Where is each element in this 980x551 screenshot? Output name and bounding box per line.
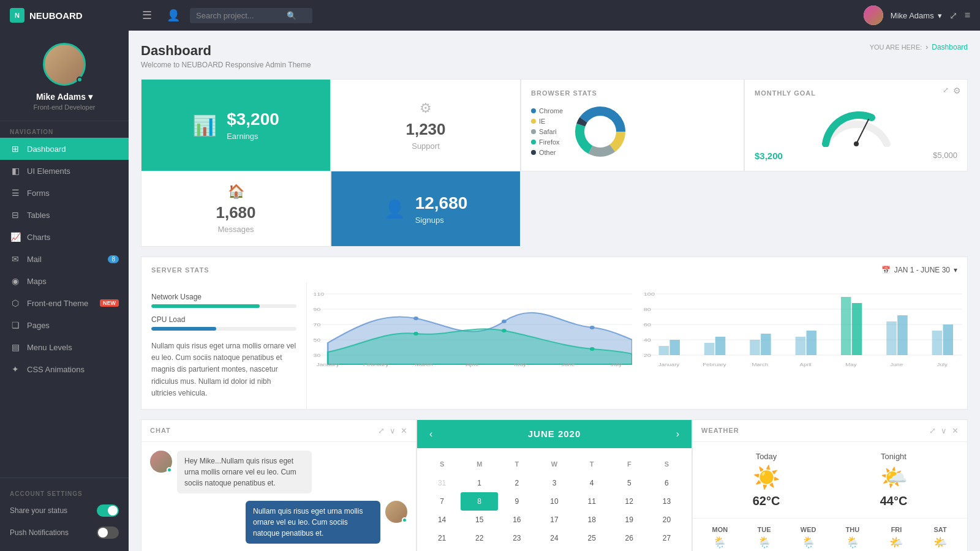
cal-date[interactable]: 18 <box>573 511 611 529</box>
svg-text:January: January <box>658 362 680 367</box>
share-status-toggle[interactable] <box>97 504 119 517</box>
menu-levels-icon: ▤ <box>10 342 21 352</box>
cal-date[interactable]: 30 <box>498 547 535 551</box>
close-icon[interactable]: ✕ <box>952 426 959 435</box>
cal-date[interactable]: 10 <box>535 492 573 511</box>
push-notifications-toggle[interactable] <box>97 527 119 539</box>
sidebar-item-label: Pages <box>27 321 50 330</box>
search-box: 🔍 <box>190 8 312 23</box>
sidebar-item-menu-levels[interactable]: ▤ Menu Levels <box>0 336 129 358</box>
user-icon-button[interactable]: 👤 <box>167 9 180 22</box>
cal-date[interactable]: 21 <box>423 529 461 547</box>
sidebar-item-maps[interactable]: ◉ Maps <box>0 270 129 292</box>
earnings-icon: 📊 <box>192 114 217 137</box>
support-label: Support <box>412 141 440 151</box>
sidebar-item-label: Charts <box>27 233 50 242</box>
cal-date[interactable]: 17 <box>535 511 573 529</box>
cal-date[interactable]: 19 <box>611 511 648 529</box>
bar-chart-panel: 100 80 60 40 20 <box>637 283 967 409</box>
sidebar-item-pages[interactable]: ❏ Pages <box>0 314 129 336</box>
cal-date[interactable]: 14 <box>423 511 461 529</box>
network-usage-bar <box>151 304 296 308</box>
svg-text:January: January <box>316 362 339 367</box>
cal-date[interactable]: 25 <box>573 529 611 547</box>
svg-text:February: February <box>363 362 388 367</box>
forecast-sat: SAT 🌤️ 42°C <box>933 526 948 551</box>
cal-date[interactable]: 20 <box>648 511 685 529</box>
mon-label: MON <box>712 526 728 533</box>
sidebar-item-mail[interactable]: ✉ Mail 8 <box>0 248 129 270</box>
cal-date[interactable]: 1 <box>535 547 573 551</box>
sidebar-item-ui-elements[interactable]: ◧ UI Elements <box>0 160 129 182</box>
cal-date[interactable]: 2 <box>573 547 611 551</box>
breadcrumb-here: YOU ARE HERE: <box>870 43 922 51</box>
sidebar-item-charts[interactable]: 📈 Charts <box>0 226 129 248</box>
cal-date[interactable]: 24 <box>535 529 573 547</box>
sidebar: Mike Adams ▾ Front-end Developer NAVIGAT… <box>0 31 129 551</box>
collapse-icon[interactable]: ∨ <box>941 426 947 435</box>
cal-date[interactable]: 6 <box>648 474 685 492</box>
cal-date[interactable]: 28 <box>423 547 461 551</box>
sidebar-item-dashboard[interactable]: ⊞ Dashboard <box>0 138 129 160</box>
new-badge: NEW <box>100 299 119 307</box>
cal-date[interactable]: 22 <box>461 529 498 547</box>
hamburger-icon[interactable]: ≡ <box>965 10 970 21</box>
cal-next-button[interactable]: › <box>676 429 679 440</box>
cal-date[interactable]: 12 <box>611 492 648 511</box>
cal-date[interactable]: 7 <box>423 492 461 511</box>
menu-toggle-button[interactable]: ☰ <box>142 9 152 22</box>
close-icon[interactable]: ✕ <box>401 426 407 435</box>
search-input[interactable] <box>196 11 282 20</box>
cal-date[interactable]: 5 <box>611 474 648 492</box>
tables-icon: ⊟ <box>10 210 21 220</box>
date-range-label: JAN 1 - JUNE 30 <box>894 266 950 274</box>
cal-date[interactable]: 2 <box>498 474 535 492</box>
settings-button[interactable]: ⚙ <box>953 86 961 96</box>
cal-date[interactable]: 11 <box>573 492 611 511</box>
sidebar-item-frontend-theme[interactable]: ⬡ Front-end Theme NEW <box>0 292 129 314</box>
cal-date[interactable]: 23 <box>498 529 535 547</box>
cal-date[interactable]: 3 <box>535 474 573 492</box>
expand-icon[interactable]: ⤢ <box>378 426 385 435</box>
cal-date[interactable]: 9 <box>498 492 535 511</box>
cal-date[interactable]: 13 <box>648 492 685 511</box>
cal-date[interactable]: 31 <box>423 474 461 492</box>
expand-icon[interactable]: ⤢ <box>949 10 957 21</box>
sidebar-item-css-animations[interactable]: ✦ CSS Animations <box>0 358 129 380</box>
server-inner-grid: Network Usage CPU Load Nullam quis risus… <box>141 283 967 409</box>
svg-rect-44 <box>715 337 726 355</box>
cal-date-today[interactable]: 8 <box>461 492 498 511</box>
sidebar-item-label: Front-end Theme <box>27 299 88 308</box>
sat-label: SAT <box>934 526 947 533</box>
sidebar-item-tables[interactable]: ⊟ Tables <box>0 204 129 226</box>
sidebar-bottom: ACCOUNT SETTINGS Share your status Push … <box>0 478 129 551</box>
expand-button[interactable]: ⤢ <box>943 86 949 94</box>
cal-date[interactable]: 16 <box>498 511 535 529</box>
gauge-chart <box>820 104 893 147</box>
cal-date[interactable]: 4 <box>648 547 685 551</box>
cal-date[interactable]: 3 <box>611 547 648 551</box>
legend-chrome: Chrome <box>531 107 563 114</box>
stat-card-messages: 🏠 1,680 Messages <box>141 171 331 247</box>
svg-rect-50 <box>852 303 862 355</box>
msg-avatar-other <box>150 451 172 473</box>
collapse-icon[interactable]: ∨ <box>390 426 396 435</box>
sidebar-item-forms[interactable]: ☰ Forms <box>0 182 129 204</box>
brand-name: NEUBOARD <box>29 10 83 21</box>
cal-date[interactable]: 26 <box>611 529 648 547</box>
svg-text:March: March <box>752 362 768 367</box>
cal-date[interactable]: 27 <box>648 529 685 547</box>
cal-date[interactable]: 15 <box>461 511 498 529</box>
weather-controls: ⤢ ∨ ✕ <box>929 426 959 435</box>
cal-date[interactable]: 29 <box>461 547 498 551</box>
chat-messages: Hey Mike...Nullam quis risus eget urna m… <box>141 442 416 551</box>
cal-date[interactable]: 1 <box>461 474 498 492</box>
username-button[interactable]: Mike Adams ▾ <box>891 11 942 20</box>
date-filter[interactable]: 📅 JAN 1 - JUNE 30 ▾ <box>881 266 957 274</box>
cal-prev-button[interactable]: ‹ <box>429 429 432 440</box>
tue-label: TUE <box>758 526 771 533</box>
legend-other: Other <box>531 149 563 156</box>
donut-chart <box>573 104 628 159</box>
expand-icon[interactable]: ⤢ <box>929 426 936 435</box>
cal-date[interactable]: 4 <box>573 474 611 492</box>
